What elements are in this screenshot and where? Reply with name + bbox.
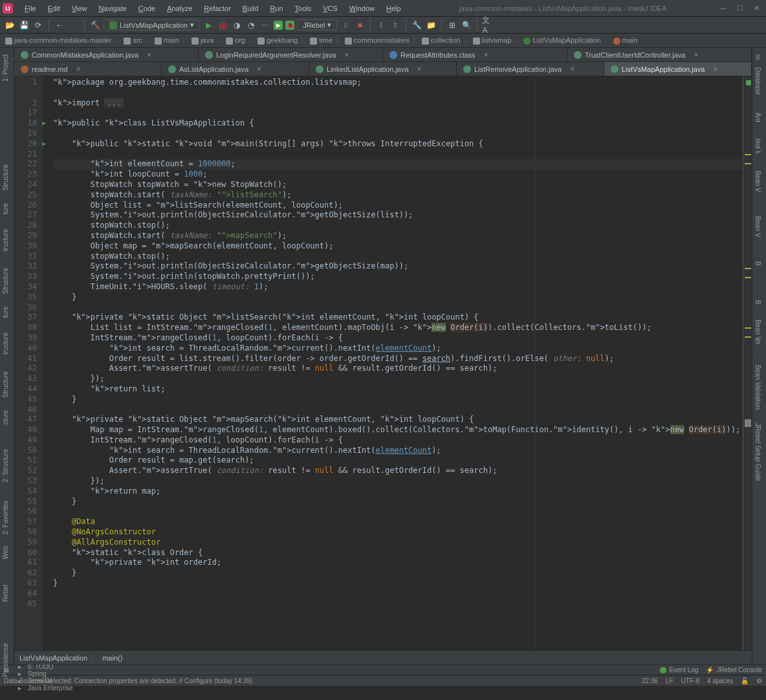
open-icon[interactable]: 📂: [4, 19, 16, 31]
menu-build[interactable]: Build: [237, 3, 263, 14]
left-tool-structure[interactable]: Structure: [2, 371, 9, 398]
left-tool-structure[interactable]: Structure: [2, 268, 9, 294]
error-stripe[interactable]: [743, 76, 752, 650]
attach-icon[interactable]: ⋯: [259, 19, 271, 31]
editor-tab[interactable]: ListRemoveApplication.java×: [457, 62, 604, 76]
right-tool-6[interactable]: B: [754, 261, 761, 266]
coverage-icon[interactable]: ◑: [231, 19, 243, 31]
breadcrumb-item[interactable]: src: [122, 36, 144, 45]
right-tool-11[interactable]: JRebel Setup Guide: [754, 423, 761, 481]
left-tool-2--structure[interactable]: 2: Structure: [2, 449, 9, 483]
menu-window[interactable]: Window: [344, 3, 380, 14]
build-icon[interactable]: 🔨: [89, 19, 101, 31]
breadcrumb-item[interactable]: main: [612, 36, 639, 45]
tab-close-icon[interactable]: ×: [570, 65, 574, 74]
menu-code[interactable]: Code: [133, 3, 160, 14]
tab-close-icon[interactable]: ×: [417, 65, 422, 74]
translate-icon[interactable]: 文A: [482, 19, 494, 31]
left-tool-rebel[interactable]: Rebel: [2, 585, 9, 602]
jrebel-off-icon[interactable]: ⏸: [340, 19, 351, 31]
right-tool-4[interactable]: Bean V: [754, 171, 761, 192]
left-tool-1--project[interactable]: 1: Project: [2, 54, 9, 82]
save-icon[interactable]: 💾: [18, 19, 30, 31]
jrebel-run-icon[interactable]: ▶: [274, 21, 283, 30]
search-icon[interactable]: 🔧: [411, 19, 422, 31]
right-tool-9[interactable]: m: [754, 339, 761, 344]
left-tool-persistence[interactable]: Persistence: [2, 643, 9, 677]
close-icon[interactable]: ✕: [754, 4, 760, 12]
readonly-icon[interactable]: 🔓: [741, 677, 749, 684]
editor-tab[interactable]: LoginRequiredArgumentResolver.java×: [199, 48, 383, 61]
line-separator[interactable]: LF: [666, 677, 673, 684]
vcs-commit-icon[interactable]: ⬆: [389, 19, 401, 31]
menu-refactor[interactable]: Refactor: [199, 3, 236, 14]
nav-class[interactable]: ListVsMapApplication: [19, 654, 87, 662]
breadcrumb-item[interactable]: ListVsMapApplication: [522, 36, 602, 45]
editor-tab[interactable]: AsListApplication.java×: [162, 62, 309, 76]
menu-run[interactable]: Run: [265, 3, 288, 14]
editor[interactable]: 131718▶1920▶2122232425262728293031323334…: [14, 76, 752, 650]
tab-close-icon[interactable]: ×: [694, 50, 698, 60]
right-tool-10[interactable]: Bean Validation: [754, 365, 761, 410]
editor-tab[interactable]: ListVsMapApplication.java×: [604, 62, 752, 76]
memory-icon[interactable]: ⚙: [756, 677, 762, 684]
jrebel-dropdown[interactable]: JRebel▾: [297, 19, 337, 30]
editor-tab[interactable]: LinkedListApplication.java×: [309, 62, 457, 76]
breadcrumb-item[interactable]: geekbang: [256, 36, 299, 45]
breadcrumb-item[interactable]: commonmistakes: [344, 36, 411, 45]
left-tool-ture[interactable]: ture: [2, 307, 9, 318]
jrebel-console-button[interactable]: ⚡JRebel Console: [706, 666, 762, 673]
editor-tab[interactable]: CommonMistakesApplication.java×: [14, 48, 199, 61]
menu-file[interactable]: File: [19, 3, 41, 14]
right-tool-1[interactable]: Database: [754, 67, 761, 95]
tab-close-icon[interactable]: ×: [344, 50, 349, 60]
tab-close-icon[interactable]: ×: [257, 65, 261, 74]
breadcrumb-item[interactable]: main: [153, 36, 181, 45]
breadcrumb-item[interactable]: org: [224, 36, 246, 45]
right-tool-5[interactable]: Bean V: [754, 216, 761, 237]
maximize-icon[interactable]: ☐: [737, 4, 743, 12]
event-log-button[interactable]: Event Log: [660, 666, 698, 673]
stop-icon[interactable]: ■: [354, 19, 366, 31]
tab-close-icon[interactable]: ×: [76, 65, 81, 74]
menu-help[interactable]: Help: [381, 3, 406, 14]
profile-icon[interactable]: ◔: [245, 19, 257, 31]
left-tool-2--favorites[interactable]: 2: Favorites: [2, 501, 9, 534]
caret-position[interactable]: 22:36: [642, 677, 658, 684]
code-area[interactable]: "k">package org.geekbang.time.commonmist…: [43, 76, 743, 650]
breadcrumb-item[interactable]: java-common-mistakes-master: [4, 36, 113, 45]
minimize-icon[interactable]: —: [719, 4, 727, 12]
tab-close-icon[interactable]: ×: [713, 65, 717, 74]
left-tool-structure[interactable]: Structure: [2, 164, 9, 191]
right-tool-8[interactable]: Bean V: [754, 320, 761, 341]
menu-vcs[interactable]: VCS: [318, 3, 343, 14]
right-tool-7[interactable]: B: [754, 300, 761, 305]
right-tool-0[interactable]: m: [754, 54, 761, 60]
back-icon[interactable]: ←: [54, 19, 65, 31]
right-tool-2[interactable]: Ant: [754, 113, 761, 122]
run-config-dropdown[interactable]: ListVsMapApplication▾: [104, 19, 200, 30]
breadcrumb-item[interactable]: listvsmap: [472, 36, 513, 45]
editor-tab[interactable]: TrustClientUserIdController.java×: [567, 48, 752, 61]
menu-edit[interactable]: Edit: [43, 3, 65, 14]
left-tool-web[interactable]: Web: [2, 546, 9, 559]
menu-navigate[interactable]: Navigate: [93, 3, 131, 14]
breadcrumb-item[interactable]: time: [309, 36, 334, 45]
indent-setting[interactable]: 4 spaces: [707, 677, 733, 684]
status-message[interactable]: Data Sources Detected: Connection proper…: [4, 677, 252, 684]
tab-close-icon[interactable]: ×: [484, 50, 488, 60]
left-tool-tructure[interactable]: tructure: [2, 229, 9, 251]
bottom-tool-java-enterprise[interactable]: ▸Java Enterprise: [18, 684, 72, 692]
forward-icon[interactable]: →: [68, 19, 80, 31]
tab-close-icon[interactable]: ×: [147, 50, 151, 60]
debug-icon[interactable]: 🐞: [217, 19, 228, 31]
bottom-tool-spring[interactable]: ▸Spring: [18, 670, 72, 677]
right-tool-3[interactable]: Iest li: [754, 138, 761, 153]
vcs-update-icon[interactable]: ⬇: [375, 19, 387, 31]
run-icon[interactable]: ▶: [202, 19, 214, 31]
jrebel-debug-icon[interactable]: 🐞: [285, 21, 294, 30]
breadcrumb-item[interactable]: collection: [421, 36, 462, 45]
nav-method[interactable]: main(): [102, 654, 122, 662]
editor-tab[interactable]: RequestAttributes.class×: [383, 48, 567, 61]
left-tool-tructure[interactable]: tructure: [2, 333, 9, 355]
